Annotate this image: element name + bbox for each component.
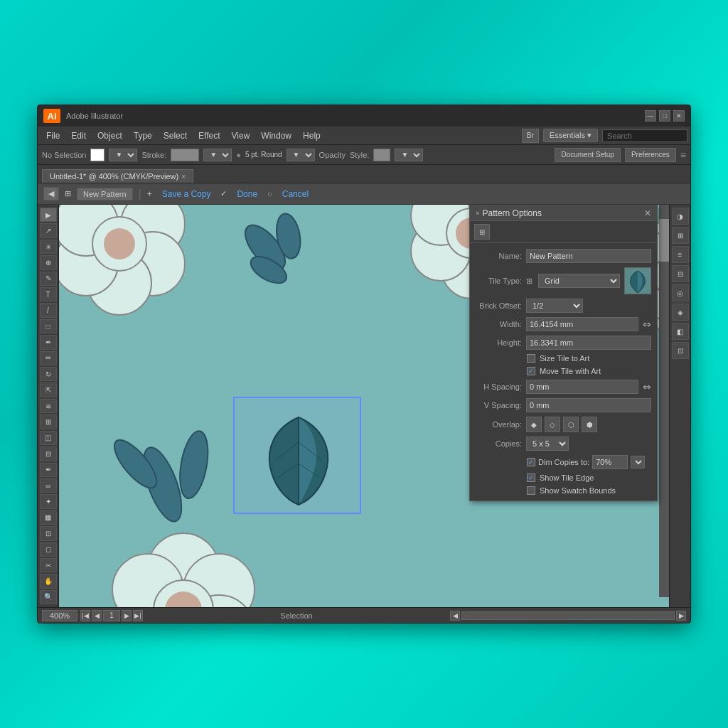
prefs-button[interactable]: Preferences [625, 148, 676, 162]
doc-setup-button[interactable]: Document Setup [555, 148, 621, 162]
overlap-btn-4[interactable]: ⬢ [582, 417, 597, 432]
brushes-icon[interactable]: ≡ [672, 246, 689, 263]
dim-copies-input[interactable] [592, 455, 628, 469]
menu-type[interactable]: Type [128, 129, 158, 142]
dim-copies-dropdown[interactable]: ▼ [631, 456, 645, 469]
gradient-tool[interactable]: ◫ [40, 431, 57, 445]
symbol-sprayer-tool[interactable]: ✦ [40, 494, 57, 508]
overlap-btn-2[interactable]: ◇ [545, 417, 560, 432]
rect-tool[interactable]: □ [40, 319, 57, 333]
symbols-icon[interactable]: ⊟ [672, 265, 689, 282]
canvas-area[interactable]: » Pattern Options ✕ ⊞ Name: [59, 205, 669, 607]
magic-wand-tool[interactable]: ✳ [40, 240, 57, 254]
overlap-btn-3[interactable]: ⬡ [563, 417, 579, 432]
height-input[interactable] [526, 336, 651, 350]
scroll-left-button[interactable]: ◀ [450, 611, 460, 621]
h-spacing-input[interactable] [526, 380, 638, 394]
last-page-button[interactable]: ▶| [133, 610, 143, 621]
zoom-input[interactable] [42, 610, 77, 621]
copies-select[interactable]: 5 x 5 [526, 437, 569, 451]
mesh-tool[interactable]: ⊟ [40, 446, 57, 461]
shape-builder-tool[interactable]: ⊞ [40, 414, 57, 429]
stroke-swatch[interactable] [171, 149, 199, 161]
page-input[interactable] [103, 610, 120, 621]
zoom-tool[interactable]: 🔍 [40, 590, 57, 604]
scroll-thumb[interactable] [659, 219, 669, 262]
next-page-button[interactable]: ▶ [122, 610, 132, 621]
color-icon[interactable]: ◑ [672, 208, 689, 225]
menu-select[interactable]: Select [158, 129, 193, 142]
menu-effect[interactable]: Effect [193, 129, 225, 142]
link2-icon[interactable]: ⇔ [643, 381, 651, 392]
style-swatch[interactable] [373, 149, 390, 161]
pen-tool[interactable]: ✎ [40, 272, 57, 286]
layers-icon[interactable]: ◧ [672, 323, 689, 340]
title-bar-controls[interactable]: — □ ✕ [645, 110, 685, 122]
fill-dropdown[interactable]: ▼ [109, 149, 137, 161]
fill-swatch[interactable] [90, 149, 105, 161]
type-tool[interactable]: T [40, 287, 57, 301]
close-button[interactable]: ✕ [673, 110, 685, 122]
first-page-button[interactable]: |◀ [80, 610, 90, 621]
style-dropdown[interactable]: ▼ [395, 149, 423, 161]
pattern-selection-box[interactable] [233, 397, 361, 514]
menu-window[interactable]: Window [255, 129, 297, 142]
essentials-button[interactable]: Essentials ▾ [543, 129, 598, 142]
bridge-button[interactable]: Br [522, 129, 539, 143]
scissors-tool[interactable]: ✂ [40, 558, 57, 572]
size-tile-checkbox[interactable] [527, 354, 535, 363]
show-swatch-bounds-checkbox[interactable] [527, 486, 535, 495]
menu-object[interactable]: Object [92, 129, 128, 142]
search-input[interactable] [602, 129, 687, 142]
menu-help[interactable]: Help [297, 129, 326, 142]
stroke-dropdown[interactable]: ▼ [203, 149, 232, 161]
link-icon[interactable]: ⇔ [643, 318, 651, 330]
name-input[interactable] [526, 249, 651, 263]
eraser-tool[interactable]: ◻ [40, 542, 57, 557]
menu-edit[interactable]: Edit [65, 129, 92, 142]
show-tile-edge-checkbox[interactable]: ✓ [527, 473, 535, 482]
graphic-styles-icon[interactable]: ◎ [672, 284, 689, 301]
document-tab[interactable]: Untitled-1* @ 400% (CMYK/Preview) × [42, 169, 193, 183]
scale-tool[interactable]: ⇱ [40, 382, 57, 397]
grid-icon-button[interactable]: ⊞ [474, 224, 490, 240]
panel-close-button[interactable]: ✕ [644, 208, 651, 218]
minimize-button[interactable]: — [645, 110, 656, 122]
dim-copies-checkbox[interactable]: ✓ [527, 458, 535, 466]
paintbrush-tool[interactable]: ✒ [40, 335, 57, 349]
artboards-icon[interactable]: ⊡ [672, 342, 689, 359]
save-copy-button[interactable]: Save a Copy [158, 188, 215, 200]
warp-tool[interactable]: ≋ [40, 399, 57, 413]
overlap-btn-1[interactable]: ◆ [526, 417, 542, 432]
hand-tool[interactable]: ✋ [40, 574, 57, 588]
v-spacing-input[interactable] [526, 398, 651, 412]
menu-file[interactable]: File [41, 129, 65, 142]
column-graph-tool[interactable]: ▦ [40, 510, 57, 525]
brick-offset-select[interactable]: 1/2 [526, 299, 583, 313]
direct-selection-tool[interactable]: ↗ [40, 223, 57, 237]
menu-icon[interactable]: ≡ [680, 149, 686, 161]
maximize-button[interactable]: □ [659, 110, 670, 122]
appearance-icon[interactable]: ◈ [672, 304, 689, 321]
cancel-button[interactable]: Cancel [278, 188, 313, 200]
slice-tool[interactable]: ⊡ [40, 526, 57, 540]
prev-page-button[interactable]: ◀ [92, 610, 102, 621]
menu-view[interactable]: View [226, 129, 256, 142]
round-dropdown[interactable]: ▼ [287, 149, 315, 161]
tile-type-select[interactable]: Grid [538, 274, 620, 288]
done-button[interactable]: Done [232, 188, 262, 200]
lasso-tool[interactable]: ⊕ [40, 255, 57, 269]
tab-close-icon[interactable]: × [181, 173, 186, 181]
selection-tool[interactable]: ▶ [40, 208, 57, 222]
swatches-icon[interactable]: ⊞ [672, 227, 689, 244]
canvas-scrollbar[interactable] [659, 205, 669, 597]
move-tile-checkbox[interactable]: ✓ [527, 367, 535, 375]
width-input[interactable] [526, 317, 638, 331]
rotate-tool[interactable]: ↻ [40, 367, 57, 381]
blend-tool[interactable]: ∞ [40, 478, 57, 493]
scroll-right-button[interactable]: ▶ [676, 611, 686, 621]
horizontal-scrollbar[interactable] [461, 611, 675, 620]
line-tool[interactable]: / [40, 303, 57, 317]
pencil-tool[interactable]: ✏ [40, 351, 57, 365]
eyedropper-tool[interactable]: ✒ [40, 463, 57, 477]
